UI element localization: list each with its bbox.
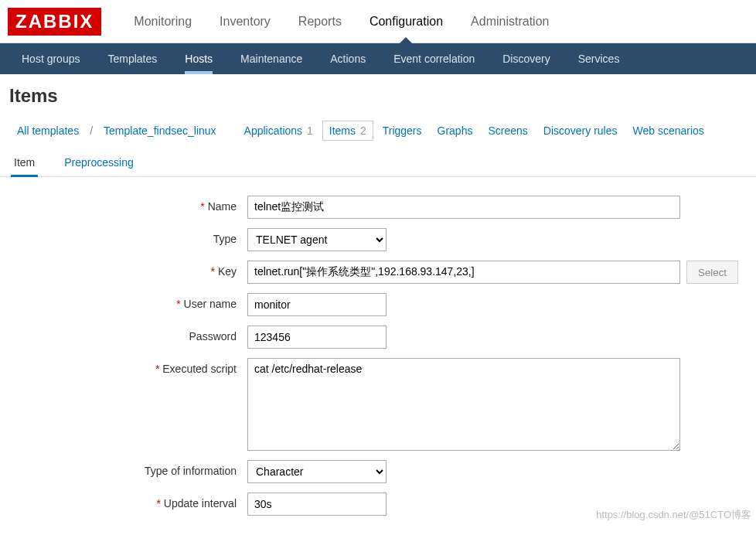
subnav-discovery[interactable]: Discovery [489,43,564,74]
crumb-applications[interactable]: Applications 1 [238,121,319,140]
nav-configuration[interactable]: Configuration [356,0,457,43]
label-username: User name [0,293,247,310]
type-select[interactable]: TELNET agent [247,228,387,251]
breadcrumb-sep: / [88,124,94,137]
subnav-hostgroups[interactable]: Host groups [8,43,94,74]
crumb-screens[interactable]: Screens [482,121,533,140]
breadcrumb: All templates / Template_findsec_linux A… [0,113,756,148]
main-nav: Monitoring Inventory Reports Configurati… [120,0,563,43]
label-type: Type [0,228,247,245]
crumb-all-templates[interactable]: All templates [11,121,85,140]
select-button[interactable]: Select [686,261,738,284]
label-script: Executed script [0,358,247,375]
name-input[interactable] [247,196,680,219]
page-title: Items [0,74,756,113]
crumb-template[interactable]: Template_findsec_linux [97,121,223,140]
password-input[interactable] [247,326,387,349]
tabs: Item Preprocessing [0,148,756,177]
label-updint: Update interval [0,493,247,510]
form: Name Type TELNET agent Key Select User n… [0,177,756,542]
key-input[interactable] [247,261,680,284]
subnav-hosts[interactable]: Hosts [171,43,226,74]
crumb-triggers[interactable]: Triggers [376,121,428,140]
subnav-eventcorr[interactable]: Event correlation [380,43,489,74]
crumb-items[interactable]: Items 2 [322,121,373,141]
nav-reports[interactable]: Reports [284,0,356,43]
subnav-actions[interactable]: Actions [316,43,380,74]
updint-input[interactable] [247,493,387,516]
nav-administration[interactable]: Administration [457,0,563,43]
tab-item[interactable]: Item [11,148,38,176]
logo: ZABBIX [8,8,101,36]
tab-preprocessing[interactable]: Preprocessing [61,148,137,176]
username-input[interactable] [247,293,387,316]
label-key: Key [0,261,247,278]
crumb-web-scenarios[interactable]: Web scenarios [627,121,710,140]
label-password: Password [0,326,247,343]
subnav-services[interactable]: Services [564,43,634,74]
crumb-graphs[interactable]: Graphs [431,121,479,140]
nav-inventory[interactable]: Inventory [206,0,284,43]
crumb-discovery-rules[interactable]: Discovery rules [537,121,624,140]
subnav-templates[interactable]: Templates [94,43,171,74]
label-name: Name [0,196,247,213]
nav-monitoring[interactable]: Monitoring [120,0,206,43]
topbar: ZABBIX Monitoring Inventory Reports Conf… [0,0,756,43]
script-textarea[interactable]: cat /etc/redhat-release [247,358,680,451]
typeofinfo-select[interactable]: Character [247,460,387,483]
subnav-maintenance[interactable]: Maintenance [226,43,316,74]
label-typeofinfo: Type of information [0,460,247,477]
subnav: Host groups Templates Hosts Maintenance … [0,43,756,74]
